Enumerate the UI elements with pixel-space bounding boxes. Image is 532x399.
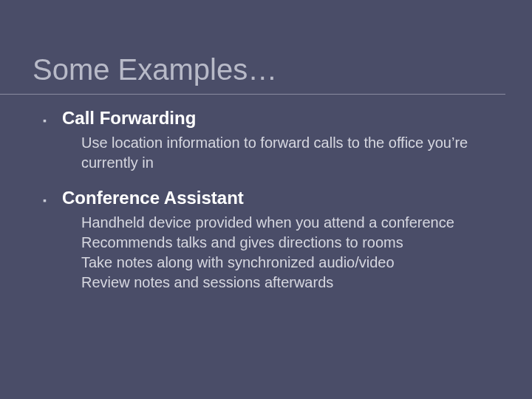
item-details: Use location information to forward call… <box>43 129 497 173</box>
item-details: Handheld device provided when you attend… <box>43 208 497 293</box>
list-item: ▪ Call Forwarding Use location informati… <box>43 108 497 173</box>
slide-content: ▪ Call Forwarding Use location informati… <box>0 95 532 293</box>
list-item: ▪ Conference Assistant Handheld device p… <box>43 188 497 293</box>
detail-line: Handheld device provided when you attend… <box>81 213 497 233</box>
item-heading: Call Forwarding <box>62 108 196 129</box>
bullet-icon: ▪ <box>43 195 52 205</box>
detail-line: Use location information to forward call… <box>81 133 497 173</box>
detail-line: Take notes along with synchronized audio… <box>81 253 497 273</box>
detail-line: Recommends talks and gives directions to… <box>81 233 497 253</box>
detail-line: Review notes and sessions afterwards <box>81 273 497 293</box>
item-heading: Conference Assistant <box>62 188 244 208</box>
bullet-icon: ▪ <box>43 115 52 126</box>
slide-title: Some Examples… <box>0 0 505 95</box>
heading-row: ▪ Conference Assistant <box>43 188 497 208</box>
slide: Some Examples… ▪ Call Forwarding Use loc… <box>0 0 532 399</box>
heading-row: ▪ Call Forwarding <box>43 108 497 129</box>
